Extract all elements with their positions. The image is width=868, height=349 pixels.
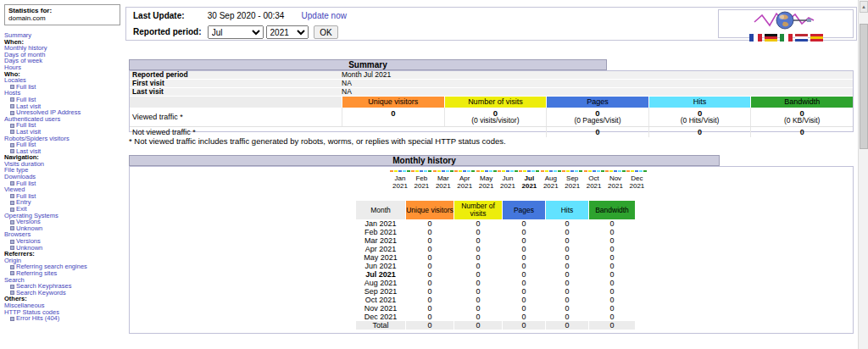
sidebar-item-hours[interactable]: Hours bbox=[4, 64, 124, 71]
info-value: NA bbox=[342, 80, 853, 87]
monthly-col-header-bandwidth: Bandwidth bbox=[589, 201, 635, 219]
monthly-row-oct-2021: Oct 202100000 bbox=[356, 296, 635, 304]
chart-bar bbox=[463, 170, 466, 172]
monthly-col-header-month: Month bbox=[356, 201, 405, 219]
scroll-up-arrow-icon[interactable]: ▲ bbox=[860, 1, 868, 13]
year-select[interactable]: 2021 bbox=[266, 25, 309, 39]
info-label: Last visit bbox=[130, 88, 342, 96]
chart-bar bbox=[519, 170, 522, 172]
chart-bar bbox=[424, 170, 427, 172]
chart-bar bbox=[575, 170, 578, 172]
chart-bar-group-nov bbox=[605, 170, 626, 172]
chart-bar bbox=[579, 170, 582, 172]
chart-bar bbox=[558, 170, 561, 172]
chart-bar bbox=[588, 170, 592, 172]
summary-metric-headers: Unique visitorsNumber of visitsPagesHits… bbox=[130, 97, 853, 108]
sidebar-subitem-full-list[interactable]: Full list bbox=[4, 84, 124, 91]
list-grid-icon bbox=[10, 208, 14, 212]
flag-italy-icon[interactable] bbox=[780, 34, 793, 42]
not-viewed-value: 0 bbox=[750, 127, 853, 137]
chart-bar bbox=[536, 170, 539, 172]
viewed-traffic-label: Viewed traffic * bbox=[130, 108, 342, 126]
ok-button[interactable]: OK bbox=[314, 25, 337, 39]
chart-bar bbox=[554, 170, 557, 172]
domain-name: domain.com bbox=[8, 14, 116, 22]
chart-bar bbox=[531, 170, 535, 172]
chart-bar bbox=[407, 170, 410, 172]
monthly-history-table: MonthUnique visitorsNumber of visitsPage… bbox=[355, 201, 636, 330]
flag-spain-icon[interactable] bbox=[810, 34, 823, 42]
chart-bar bbox=[442, 170, 445, 172]
chart-bar bbox=[411, 170, 415, 172]
vertical-scrollbar[interactable]: ▲ bbox=[858, 0, 868, 349]
viewed-hits-value: 0(0 Hits/Visit) bbox=[648, 108, 751, 126]
chart-bar bbox=[584, 170, 587, 172]
viewed-number-of-visits-value: 0(0 visits/visitor) bbox=[444, 108, 547, 126]
list-grid-icon bbox=[10, 111, 14, 115]
chart-bar bbox=[515, 170, 518, 172]
chart-bar bbox=[498, 170, 501, 172]
monthly-row-mar-2021: Mar 202100000 bbox=[356, 236, 635, 245]
chart-bar bbox=[639, 170, 643, 172]
chart-bar bbox=[502, 170, 505, 172]
chart-bar bbox=[635, 170, 638, 172]
chart-bar bbox=[541, 170, 544, 172]
chart-bar bbox=[506, 170, 509, 172]
list-grid-icon bbox=[10, 265, 14, 269]
sidebar-subitem-error-hits-404[interactable]: Error Hits (404) bbox=[4, 315, 124, 322]
monthly-history-title: Monthly history bbox=[129, 155, 720, 166]
chart-bar bbox=[609, 170, 613, 172]
chart-bar bbox=[433, 170, 437, 172]
chart-bar-group-apr bbox=[454, 170, 475, 172]
metric-sub-value: (0 Hits/Visit) bbox=[649, 117, 751, 125]
chart-bar bbox=[437, 170, 441, 172]
list-grid-icon bbox=[10, 124, 14, 128]
summary-header-unique-visitors: Unique visitors bbox=[342, 97, 444, 108]
chart-bar-group-aug bbox=[541, 170, 561, 172]
monthly-col-header-pages: Pages bbox=[503, 201, 545, 219]
flag-germany-icon[interactable] bbox=[765, 34, 777, 42]
chart-month-label: Dec2021 bbox=[622, 174, 651, 190]
chart-bar bbox=[566, 170, 570, 172]
chart-bar bbox=[428, 170, 431, 172]
sidebar-item-days-of-week[interactable]: Days of week bbox=[4, 58, 124, 64]
first-visit-info-row: First visit NA bbox=[130, 80, 853, 87]
header-box: Last Update: 30 Sep 2020 - 00:34 Update … bbox=[125, 7, 857, 41]
flag-france-icon[interactable] bbox=[749, 34, 762, 42]
awstats-logo-box[interactable] bbox=[718, 9, 854, 38]
viewed-pages-value: 0(0 Pages/Visit) bbox=[546, 108, 648, 126]
chart-bar bbox=[489, 170, 492, 172]
monthly-row-jun-2021: Jun 202100000 bbox=[356, 262, 635, 270]
list-grid-icon bbox=[10, 285, 14, 289]
last-update-value: 30 Sep 2020 - 00:34 bbox=[208, 11, 299, 21]
chart-bar bbox=[493, 170, 497, 172]
chart-bar bbox=[390, 170, 393, 172]
chart-bar bbox=[467, 170, 470, 172]
update-now-link[interactable]: Update now bbox=[302, 11, 347, 20]
monthly-row-dec-2021: Dec 202100000 bbox=[356, 313, 635, 321]
summary-title: Summary bbox=[129, 59, 607, 70]
month-select[interactable]: Jul bbox=[208, 25, 264, 39]
info-label: First visit bbox=[130, 80, 342, 87]
chart-bar-group-jan bbox=[390, 170, 410, 172]
monthly-row-jan-2021: Jan 202100000 bbox=[356, 219, 635, 228]
chart-bar bbox=[471, 170, 475, 172]
chart-bar bbox=[562, 170, 565, 172]
chart-bar-group-dec bbox=[626, 170, 647, 172]
chart-bar bbox=[597, 170, 600, 172]
flag-netherlands-icon[interactable] bbox=[795, 34, 808, 42]
metric-sub-value: (0 Pages/Visit) bbox=[547, 117, 648, 125]
monthly-col-header-unique-visitors: Unique visitors bbox=[406, 201, 453, 219]
monthly-row-may-2021: May 202100000 bbox=[356, 253, 635, 262]
chart-bar bbox=[545, 170, 548, 172]
monthly-row-apr-2021: Apr 202100000 bbox=[356, 245, 635, 253]
monthly-total-row: Total00000 bbox=[356, 321, 635, 330]
sidebar-section-referrers: Referrers: bbox=[4, 251, 124, 258]
monthly-row-sep-2021: Sep 202100000 bbox=[356, 287, 635, 296]
statistics-for-label: Statistics for: bbox=[8, 7, 116, 14]
chart-bar bbox=[454, 170, 458, 172]
reported-period-row: Reported period: Jul 2021 OK bbox=[133, 25, 338, 39]
scrollbar-thumb[interactable] bbox=[860, 24, 868, 149]
chart-bar bbox=[549, 170, 553, 172]
monthly-row-feb-2021: Feb 202100000 bbox=[356, 228, 635, 236]
